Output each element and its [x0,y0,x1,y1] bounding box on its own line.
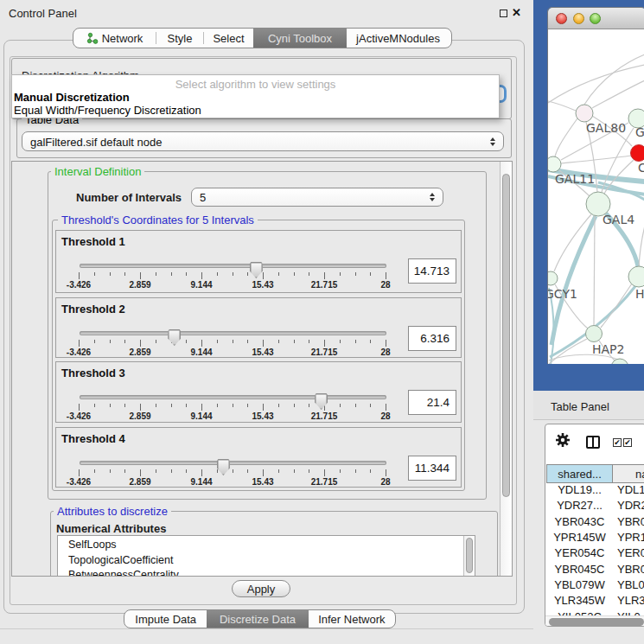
threshold-value-field[interactable]: 6.316 [408,326,456,351]
tab-label: Impute Data [135,613,196,626]
zoom-traffic-icon[interactable] [590,13,601,24]
attributes-group-label: Attributes to discretize [54,505,171,518]
threshold-value-field[interactable]: 21.4 [408,390,456,415]
threshold-label: Threshold 1 [61,235,125,248]
tick-mark [370,404,371,407]
tab-cyni-toolbox[interactable]: Cyni Toolbox [253,29,347,48]
attribute-list-item[interactable]: BetweennessCentrality [68,568,475,577]
bottom-tab-impute-data[interactable]: Impute Data [124,610,207,628]
tick-mark [370,469,371,473]
network-node-label: GAL11 [555,172,595,186]
slider-thumb[interactable] [168,329,181,346]
gear-icon[interactable] [555,432,571,448]
threshold-value-field[interactable]: 14.713 [408,258,456,284]
tick-mark [355,272,356,276]
network-edge [594,216,595,325]
tick-mark [156,469,156,473]
table-row[interactable]: YER054CYER0 [546,546,644,562]
network-node[interactable] [586,326,603,342]
table-row[interactable]: YBL079WYBL0 [546,578,644,594]
network-node[interactable] [628,266,644,287]
dropdown-option[interactable]: Manual Discretization [12,91,499,104]
network-edge [639,226,644,266]
tick-mark [386,469,386,476]
cell-shared-name: YBR043C [546,515,613,531]
tick-label: 9.144 [190,280,212,290]
tick-mark [217,469,218,473]
stepper-icon [430,193,435,201]
network-node[interactable] [548,156,561,172]
column-header-name[interactable]: na [612,464,644,483]
tick-mark [79,404,80,411]
tick-label: 28 [380,411,390,421]
table-data-combo[interactable]: galFiltered.sif default node [22,131,504,151]
table-row[interactable]: YBR045CYBR0 [546,563,644,578]
close-traffic-icon[interactable] [556,13,567,24]
slider-thumb[interactable] [250,262,263,278]
number-of-intervals-combo[interactable]: 5 [191,188,443,207]
network-node[interactable] [548,271,558,285]
dropdown-option[interactable]: Equal Width/Frequency Discretization [12,104,499,117]
table-row[interactable]: YPR145WYPR1 [546,531,644,546]
tick-label: 2.859 [129,348,150,357]
slider-track[interactable] [80,264,386,268]
tab-style[interactable]: Style [156,29,203,48]
threshold-panel: Threshold 1-3.4262.8599.14415.4321.71528… [55,230,462,293]
table-row[interactable]: YDR27...YDR2 [546,499,644,514]
table-card: ✔ ✔ shared... na YDL19...YDL1YDR27...YDR… [545,424,644,627]
slider-track[interactable] [80,331,386,335]
float-icon[interactable] [500,10,507,17]
table-rows: YDL19...YDL1YDR27...YDR2YBR043CYBR0YPR14… [546,483,644,626]
slider-thumb[interactable] [315,393,328,410]
cell-shared-name: YBL079W [546,578,613,594]
network-canvas[interactable]: GAL80GACGAL11GAL4GCY1HHAP2 [548,29,644,364]
tick-mark [386,340,386,347]
column-header-shared[interactable]: shared... [546,464,613,483]
tab-label: Network [102,32,143,45]
attribute-list-item[interactable]: SelfLoops [68,538,475,553]
network-window-titlebar[interactable] [548,8,644,29]
checkbox-icon[interactable]: ✔ [623,438,632,447]
bottom-tab-discretize-data[interactable]: Discretize Data [207,610,308,628]
tick-label: 21.715 [311,477,338,487]
list-scrollbar[interactable] [463,536,475,577]
tab-network[interactable]: Network [73,29,156,48]
table-row[interactable]: YDL19...YDL1 [546,483,644,499]
tick-mark [370,272,371,276]
network-node[interactable] [631,145,644,162]
tick-mark [340,272,341,276]
threshold-panel: Threshold 2-3.4262.8599.14415.4321.71528… [55,297,462,358]
tick-mark [355,404,356,407]
slider-thumb[interactable] [217,459,230,475]
table-row[interactable]: YBR043CYBR0 [546,515,644,531]
tab-jactivemnodules[interactable]: jActiveMNodules [347,29,450,48]
table-hscrollbar[interactable] [545,615,644,627]
tick-mark [263,404,264,411]
close-icon[interactable]: ✕ [512,6,521,19]
threshold-value-field[interactable]: 11.344 [408,456,456,481]
tab-label: Discretize Data [220,613,296,626]
network-node-label: GAL80 [586,121,626,135]
bottom-tab-infer-network[interactable]: Infer Network [309,610,395,628]
apply-button[interactable]: Apply [232,580,290,597]
slider-track[interactable] [80,461,386,465]
tick-mark [355,469,356,473]
split-columns-icon[interactable] [586,436,600,449]
network-node-label: GAL4 [603,213,634,226]
slider-track[interactable] [80,395,386,399]
settings-scrollbar[interactable] [500,162,512,576]
network-node-label: GCY1 [548,287,577,301]
attribute-list-item[interactable]: TopologicalCoefficient [68,553,475,569]
tick-mark [94,469,95,473]
tick-mark [171,404,172,407]
threshold-label: Threshold 3 [61,367,125,379]
tab-select[interactable]: Select [204,29,253,48]
numerical-attributes-list[interactable]: SelfLoopsTopologicalCoefficientBetweenne… [57,535,475,577]
table-row[interactable]: YLR345WYLR3 [546,594,644,609]
minimize-traffic-icon[interactable] [573,13,584,24]
tick-mark [124,272,125,276]
numerical-attributes-label: Numerical Attributes [56,522,166,535]
checkbox-icon[interactable]: ✔ [613,438,622,447]
threshold-panel: Threshold 4-3.4262.8599.14415.4321.71528… [55,427,462,488]
network-node[interactable] [576,105,593,122]
